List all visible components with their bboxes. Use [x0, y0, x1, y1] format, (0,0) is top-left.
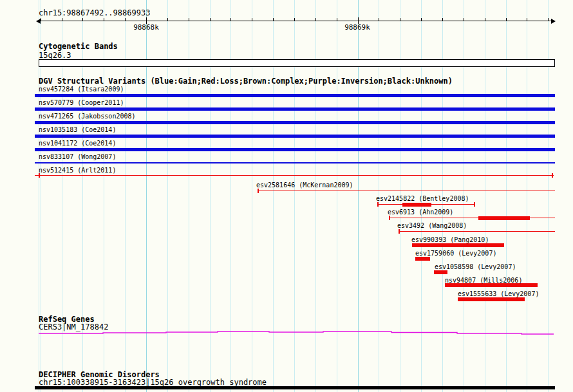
variant-bar[interactable]	[412, 243, 504, 247]
position-header: chr15:98867492..98869933	[39, 9, 150, 17]
ruler-tick-minor	[337, 18, 337, 21]
variant-bar[interactable]	[434, 270, 447, 274]
ruler-tick-minor	[273, 18, 274, 21]
ruler-tick-minor	[41, 18, 41, 21]
variant-bar[interactable]	[415, 257, 430, 261]
ruler-tick-minor	[442, 18, 443, 21]
ruler-tick-minor	[464, 18, 464, 21]
ruler-tick-minor	[421, 18, 422, 21]
ruler-right-arrow-icon	[551, 19, 556, 24]
ruler-tick-minor	[230, 18, 231, 21]
ruler-tick-minor	[210, 18, 211, 21]
ruler-tick-minor	[189, 18, 189, 21]
variant-bracket[interactable]	[258, 189, 259, 193]
variant-bracket[interactable]	[474, 202, 475, 207]
variant-line[interactable]	[258, 191, 555, 191]
variant-bar[interactable]	[35, 94, 555, 97]
variant-bar[interactable]	[35, 135, 555, 138]
variant-line[interactable]	[35, 162, 555, 163]
refseq-gene-label[interactable]: CERS3|NM_178842	[39, 323, 108, 331]
variant-label[interactable]: esv6913 (Ahn2009)	[388, 209, 453, 216]
variant-bar[interactable]	[35, 148, 555, 151]
variant-line[interactable]	[35, 175, 554, 176]
variant-label[interactable]: esv1759060 (Levy2007)	[415, 250, 496, 257]
variant-bar[interactable]	[402, 203, 431, 207]
ruler-tick-minor	[400, 18, 400, 21]
ruler-tick-minor	[485, 18, 485, 21]
ruler-axis	[37, 21, 554, 21]
ruler-tick-minor	[82, 18, 83, 21]
variant-bar[interactable]	[35, 107, 555, 111]
variant-label[interactable]: nsv833107 (Wong2007)	[39, 153, 116, 160]
ruler-tick-label: 98868k	[133, 23, 159, 32]
ruler-tick-minor	[548, 18, 549, 21]
variant-label[interactable]: esv2145822 (Bentley2008)	[376, 195, 469, 202]
cytoband-15q26-3[interactable]	[39, 59, 555, 67]
ruler-tick-minor	[506, 18, 507, 21]
ruler-tick-minor	[62, 18, 62, 21]
variant-label[interactable]: nsv94807 (Mills2006)	[445, 277, 522, 284]
variant-label[interactable]: esv1058598 (Levy2007)	[435, 263, 516, 270]
genome-browser-view: chr15:98867492..98869933 Cytogenetic Ban…	[0, 0, 573, 392]
ruler-tick-minor	[315, 18, 316, 21]
variant-bracket[interactable]	[389, 216, 390, 220]
section-title-dgv-structural-variants: DGV Structural Variants (Blue:Gain;Red:L…	[39, 77, 453, 86]
variant-label[interactable]: esv1555633 (Levy2007)	[458, 290, 539, 297]
ruler-tick-minor	[104, 18, 104, 21]
ruler-tick-minor	[252, 18, 252, 21]
variant-label[interactable]: esv2581646 (McKernan2009)	[256, 182, 353, 189]
decipher-disorder-label[interactable]: chr15:100338915-3163423|15q26 overgrowth…	[39, 378, 267, 387]
ruler-tick-label: 98869k	[344, 23, 370, 32]
variant-label[interactable]: nsv570779 (Cooper2011)	[39, 99, 124, 106]
variant-line[interactable]	[389, 218, 555, 218]
ruler-tick-minor	[379, 18, 379, 21]
variant-bracket[interactable]	[377, 202, 379, 207]
variant-label[interactable]: nsv457284 (Itsara2009)	[39, 86, 124, 93]
variant-label[interactable]: nsv1035183 (Coe2014)	[39, 126, 116, 133]
variant-bar[interactable]	[458, 297, 525, 301]
ruler-tick-minor	[125, 18, 126, 21]
ruler-tick-minor	[167, 18, 168, 21]
ruler-tick-minor	[294, 18, 295, 21]
variant-bracket[interactable]	[399, 229, 400, 234]
variant-label[interactable]: nsv1041172 (Coe2014)	[39, 140, 116, 147]
variant-bracket[interactable]	[39, 173, 40, 178]
cytoband-label: 15q26.3	[39, 51, 71, 60]
variant-bar[interactable]	[478, 216, 530, 220]
ruler-tick-minor	[527, 18, 527, 21]
variant-label[interactable]: nsv512415 (Arlt2011)	[39, 167, 116, 174]
variant-label[interactable]: nsv471265 (Jakobsson2008)	[39, 113, 136, 120]
variant-line[interactable]	[399, 231, 555, 232]
variant-bracket[interactable]	[552, 173, 553, 178]
variant-bar[interactable]	[35, 121, 555, 124]
variant-label[interactable]: esv990393 (Pang2010)	[411, 236, 489, 243]
variant-label[interactable]: esv3492 (Wang2008)	[397, 222, 467, 229]
section-title-cytogenetic-bands: Cytogenetic Bands	[39, 42, 118, 51]
